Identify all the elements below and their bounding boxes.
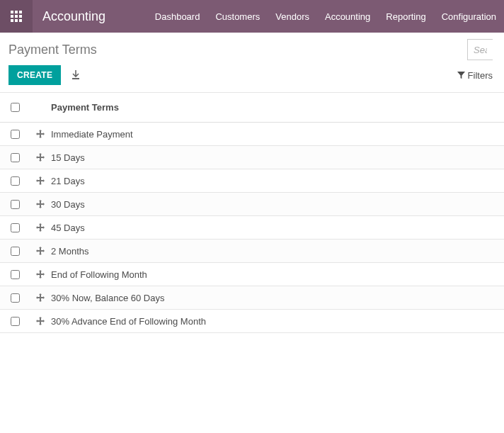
drag-handle[interactable] [30, 200, 51, 208]
import-button[interactable] [71, 70, 81, 80]
row-name: 15 Days [51, 152, 85, 163]
svg-rect-8 [19, 19, 22, 22]
row-checkbox-cell [0, 247, 30, 256]
select-all-cell [0, 103, 30, 112]
top-navbar: Accounting Dashboard Customers Vendors A… [0, 0, 504, 33]
nav-item-customers[interactable]: Customers [207, 0, 268, 33]
row-checkbox[interactable] [11, 153, 20, 162]
svg-rect-5 [19, 15, 22, 18]
table-row[interactable]: 21 Days [0, 169, 504, 193]
row-checkbox-cell [0, 200, 30, 209]
row-checkbox-cell [0, 270, 30, 279]
drag-handle[interactable] [30, 130, 51, 138]
table-row[interactable]: 15 Days [0, 146, 504, 169]
svg-rect-7 [15, 19, 18, 22]
create-button[interactable]: CREATE [8, 65, 61, 85]
move-icon [36, 200, 45, 208]
table-row[interactable]: 45 Days [0, 216, 504, 240]
row-checkbox-cell [0, 293, 30, 303]
search-wrap [467, 39, 493, 60]
row-name: Immediate Payment [51, 129, 133, 140]
svg-rect-3 [11, 15, 13, 18]
table-row[interactable]: 30% Advance End of Following Month [0, 310, 504, 333]
row-checkbox[interactable] [11, 270, 20, 279]
table-row[interactable]: End of Following Month [0, 263, 504, 286]
app-brand[interactable]: Accounting [33, 9, 120, 24]
nav-item-reporting[interactable]: Reporting [378, 0, 433, 33]
table-header-row: Payment Terms [0, 93, 504, 123]
table-row[interactable]: 2 Months [0, 240, 504, 263]
row-checkbox-cell [0, 153, 30, 162]
move-icon [36, 317, 45, 325]
drag-handle[interactable] [30, 293, 51, 302]
row-checkbox-cell [0, 223, 30, 232]
download-icon [71, 70, 81, 80]
row-checkbox[interactable] [11, 317, 20, 326]
table-row[interactable]: 30 Days [0, 193, 504, 216]
row-checkbox[interactable] [11, 247, 20, 256]
drag-handle[interactable] [30, 176, 51, 185]
filter-icon [457, 72, 465, 79]
svg-rect-9 [72, 78, 79, 79]
row-name: 21 Days [51, 176, 85, 186]
payment-terms-table: Payment Terms Immediate Payment15 Days21… [0, 93, 504, 333]
nav-item-configuration[interactable]: Configuration [434, 0, 504, 33]
svg-rect-6 [11, 19, 13, 22]
drag-handle[interactable] [30, 153, 51, 162]
row-checkbox-cell [0, 176, 30, 186]
controls-bar: CREATE Filters [0, 61, 504, 93]
svg-rect-2 [19, 11, 22, 13]
row-checkbox-cell [0, 317, 30, 326]
row-name: End of Following Month [51, 269, 147, 280]
row-checkbox[interactable] [11, 130, 20, 139]
filters-label: Filters [468, 70, 493, 81]
search-input[interactable] [467, 39, 493, 60]
move-icon [36, 130, 45, 138]
drag-handle[interactable] [30, 223, 51, 232]
svg-rect-1 [15, 11, 18, 13]
row-name: 2 Months [51, 246, 88, 257]
table-row[interactable]: 30% Now, Balance 60 Days [0, 286, 504, 310]
row-checkbox[interactable] [11, 200, 20, 209]
row-checkbox-cell [0, 130, 30, 139]
breadcrumb-bar: Payment Terms [0, 33, 504, 61]
filters-button[interactable]: Filters [457, 70, 493, 81]
drag-handle[interactable] [30, 317, 51, 325]
row-checkbox[interactable] [11, 293, 20, 303]
apps-grid-icon [11, 11, 22, 22]
move-icon [36, 293, 45, 302]
drag-handle[interactable] [30, 270, 51, 279]
row-checkbox[interactable] [11, 223, 20, 232]
svg-rect-4 [15, 15, 18, 18]
move-icon [36, 270, 45, 279]
row-name: 30 Days [51, 199, 85, 210]
table-row[interactable]: Immediate Payment [0, 123, 504, 146]
row-checkbox[interactable] [11, 176, 20, 186]
select-all-checkbox[interactable] [11, 103, 20, 112]
row-name: 30% Now, Balance 60 Days [51, 293, 164, 303]
column-header-name[interactable]: Payment Terms [51, 102, 119, 113]
drag-handle[interactable] [30, 247, 51, 255]
apps-menu-button[interactable] [0, 0, 33, 33]
nav-item-dashboard[interactable]: Dashboard [147, 0, 208, 33]
nav-item-vendors[interactable]: Vendors [268, 0, 317, 33]
move-icon [36, 247, 45, 255]
move-icon [36, 153, 45, 162]
page-title: Payment Terms [8, 43, 97, 57]
move-icon [36, 176, 45, 185]
move-icon [36, 223, 45, 232]
row-name: 30% Advance End of Following Month [51, 316, 206, 327]
nav-item-accounting[interactable]: Accounting [317, 0, 378, 33]
svg-rect-0 [11, 11, 13, 13]
row-name: 45 Days [51, 223, 85, 233]
